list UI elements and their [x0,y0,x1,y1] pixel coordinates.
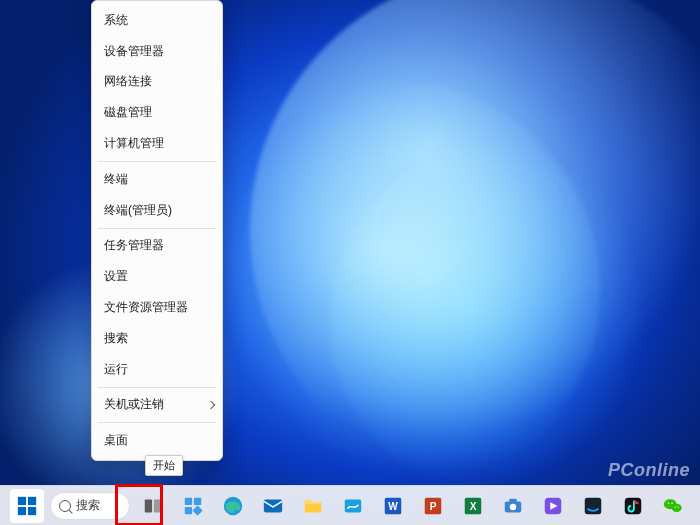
file-explorer-button[interactable] [296,489,330,523]
menu-item-device-manager[interactable]: 设备管理器 [92,36,222,67]
menu-item-computer-management[interactable]: 计算机管理 [92,128,222,159]
svg-rect-7 [194,497,201,504]
task-view-icon [142,495,164,517]
menu-label: 网络连接 [104,73,152,90]
menu-separator [98,387,216,388]
task-view-button[interactable] [136,489,170,523]
menu-item-network-connections[interactable]: 网络连接 [92,67,222,98]
menu-label: 设置 [104,268,128,285]
desktop-wallpaper: PConline 系统 设备管理器 网络连接 磁盘管理 计算机管理 终端 终端(… [0,0,700,525]
chevron-right-icon [207,401,215,409]
menu-item-terminal-admin[interactable]: 终端(管理员) [92,195,222,226]
whiteboard-icon [342,495,364,517]
edge-button[interactable] [216,489,250,523]
menu-label: 桌面 [104,432,128,449]
menu-label: 终端 [104,171,128,188]
menu-item-search[interactable]: 搜索 [92,323,222,354]
clipchamp-button[interactable] [536,489,570,523]
svg-point-26 [672,503,682,511]
menu-label: 关机或注销 [104,396,164,413]
edge-icon [222,495,244,517]
wechat-button[interactable] [656,489,690,523]
menu-label: 运行 [104,361,128,378]
svg-rect-0 [18,496,26,504]
svg-text:W: W [388,500,398,511]
svg-point-29 [675,506,676,507]
mail-button[interactable] [256,489,290,523]
menu-item-shutdown-signout[interactable]: 关机或注销 [92,390,222,421]
menu-label: 系统 [104,12,128,29]
svg-rect-2 [18,506,26,514]
menu-item-disk-management[interactable]: 磁盘管理 [92,97,222,128]
svg-rect-5 [154,499,161,512]
svg-rect-4 [145,499,152,512]
word-icon: W [382,495,404,517]
watermark-text: PConline [608,460,690,481]
whiteboard-button[interactable] [336,489,370,523]
svg-rect-8 [185,506,192,513]
menu-item-system[interactable]: 系统 [92,5,222,36]
menu-label: 任务管理器 [104,237,164,254]
start-tooltip: 开始 [145,455,183,476]
menu-label: 文件资源管理器 [104,299,188,316]
menu-label: 终端(管理员) [104,202,172,219]
prime-video-button[interactable] [576,489,610,523]
search-label: 搜索 [76,497,100,514]
prime-video-icon [582,495,604,517]
widgets-button[interactable] [176,489,210,523]
start-button[interactable] [10,489,44,523]
menu-label: 磁盘管理 [104,104,152,121]
mail-icon [262,495,284,517]
menu-separator [98,228,216,229]
excel-icon: X [462,495,484,517]
svg-rect-1 [28,496,36,504]
tiktok-icon [622,495,644,517]
svg-rect-6 [185,497,192,504]
tooltip-text: 开始 [153,459,175,471]
clipchamp-icon [542,495,564,517]
svg-rect-3 [28,506,36,514]
folder-icon [302,495,324,517]
svg-text:P: P [430,500,437,511]
powerpoint-button[interactable]: P [416,489,450,523]
svg-point-20 [510,503,516,509]
menu-label: 搜索 [104,330,128,347]
widgets-icon [182,495,204,517]
search-icon [59,500,71,512]
svg-text:X: X [470,500,477,511]
menu-item-run[interactable]: 运行 [92,354,222,385]
camera-button[interactable] [496,489,530,523]
svg-rect-9 [192,505,202,515]
menu-separator [98,161,216,162]
taskbar: 搜索 W P X [0,485,700,525]
menu-label: 计算机管理 [104,135,164,152]
wechat-icon [662,495,684,517]
menu-item-terminal[interactable]: 终端 [92,164,222,195]
svg-point-28 [671,502,673,504]
tiktok-button[interactable] [616,489,650,523]
svg-rect-21 [509,498,516,502]
svg-point-27 [668,502,670,504]
taskbar-search[interactable]: 搜索 [50,492,130,520]
svg-rect-12 [345,499,362,512]
svg-rect-23 [585,497,602,514]
windows-icon [16,495,38,517]
menu-item-task-manager[interactable]: 任务管理器 [92,231,222,262]
start-context-menu: 系统 设备管理器 网络连接 磁盘管理 计算机管理 终端 终端(管理员) 任务管理… [91,0,223,461]
camera-icon [502,495,524,517]
menu-item-desktop[interactable]: 桌面 [92,425,222,456]
menu-label: 设备管理器 [104,43,164,60]
excel-button[interactable]: X [456,489,490,523]
powerpoint-icon: P [422,495,444,517]
word-button[interactable]: W [376,489,410,523]
menu-separator [98,422,216,423]
menu-item-settings[interactable]: 设置 [92,261,222,292]
menu-item-file-explorer[interactable]: 文件资源管理器 [92,292,222,323]
svg-point-30 [677,506,678,507]
svg-rect-11 [264,499,282,512]
